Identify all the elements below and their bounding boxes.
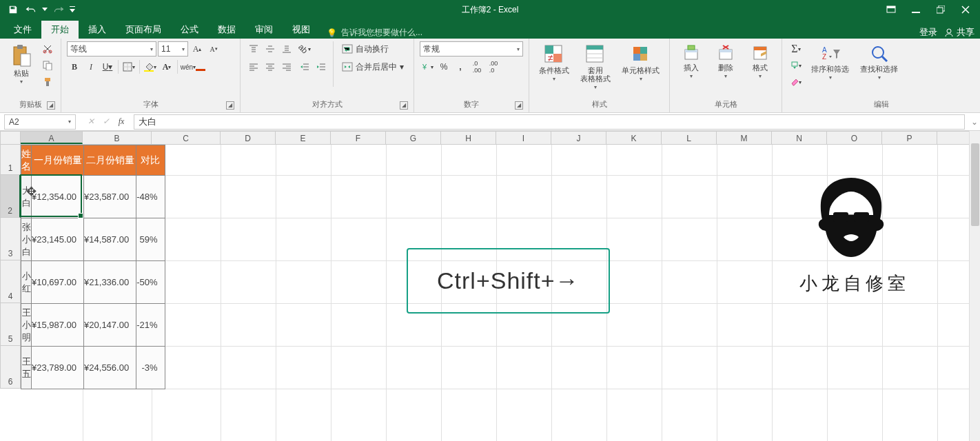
increase-indent-button[interactable] [314, 59, 329, 74]
conditional-format-button[interactable]: ≠条件格式▾ [535, 41, 573, 85]
col-header-J[interactable]: J [551, 132, 606, 144]
cell-cmp[interactable]: -3% [136, 347, 165, 389]
format-painter-button[interactable] [40, 74, 55, 90]
login-link[interactable]: 登录 [919, 26, 937, 39]
formula-input[interactable]: 大白 [134, 114, 965, 130]
cell-name[interactable]: 王小明 [21, 304, 32, 347]
shrink-font-button[interactable]: A▾ [206, 41, 221, 57]
header-cell[interactable]: 一月份销量 [32, 145, 84, 176]
dialog-launcher-icon[interactable]: ◢ [400, 101, 408, 110]
wrap-text-button[interactable]: 自动换行 [338, 41, 408, 57]
font-size-combo[interactable]: 11▾ [158, 41, 188, 57]
merge-center-button[interactable]: 合并后居中 ▾ [338, 59, 408, 74]
header-cell[interactable]: 姓名 [21, 145, 32, 176]
col-header-I[interactable]: I [496, 132, 551, 144]
align-bottom-button[interactable] [279, 41, 294, 57]
dialog-launcher-icon[interactable]: ◢ [226, 101, 234, 110]
grow-font-button[interactable]: A▴ [190, 41, 205, 57]
formula-expand-icon[interactable]: ⌄ [969, 117, 980, 127]
col-header-P[interactable]: P [882, 132, 937, 144]
underline-button[interactable]: U ▾ [100, 59, 115, 74]
tab-视图[interactable]: 视图 [283, 21, 320, 39]
header-cell[interactable]: 二月份销量 [84, 145, 136, 176]
row-header-3[interactable]: 3 [0, 218, 21, 260]
table-row[interactable]: 王小明¥15,987.00¥20,147.00-21% [21, 304, 165, 347]
col-header-E[interactable]: E [276, 132, 331, 144]
tab-开始[interactable]: 开始 [41, 21, 79, 39]
col-header-O[interactable]: O [827, 132, 882, 144]
cell-cmp[interactable]: 59% [136, 218, 165, 261]
dialog-launcher-icon[interactable]: ◢ [47, 101, 55, 110]
ribbon-options-icon[interactable] [879, 2, 903, 17]
col-header-L[interactable]: L [662, 132, 717, 144]
col-header-G[interactable]: G [386, 132, 441, 144]
minimize-icon[interactable] [904, 2, 928, 17]
find-select-button[interactable]: 查找和选择▾ [856, 41, 902, 83]
header-cell[interactable]: 对比 [136, 145, 165, 176]
tab-数据[interactable]: 数据 [208, 21, 245, 39]
delete-cells-button[interactable]: 删除▾ [710, 41, 742, 82]
cell-cmp[interactable]: -21% [136, 304, 165, 347]
number-format-combo[interactable]: 常规▾ [420, 41, 523, 57]
bold-button[interactable]: B [67, 59, 82, 74]
table-row[interactable]: 小红¥10,697.00¥21,336.00-50% [21, 261, 165, 304]
qat-customize-icon[interactable] [69, 2, 76, 17]
restore-icon[interactable] [929, 2, 952, 17]
cell-cmp[interactable]: -50% [136, 261, 165, 304]
italic-button[interactable]: I [83, 59, 99, 74]
percent-button[interactable]: % [436, 59, 451, 74]
cell-jan[interactable]: ¥15,987.00 [32, 304, 84, 347]
table-row[interactable]: 大白✥¥12,354.00¥23,587.00-48% [21, 176, 165, 218]
col-header-K[interactable]: K [606, 132, 662, 144]
save-icon[interactable] [6, 2, 21, 17]
table-row[interactable]: 张小白¥23,145.00¥14,587.0059% [21, 218, 165, 261]
align-middle-button[interactable] [263, 41, 278, 57]
tab-页面布局[interactable]: 页面布局 [116, 21, 171, 39]
align-center-button[interactable] [263, 59, 278, 74]
font-name-combo[interactable]: 等线▾ [67, 41, 156, 57]
autosum-button[interactable]: Σ ▾ [788, 41, 804, 57]
share-button[interactable]: 共享 [944, 26, 974, 39]
decrease-indent-button[interactable] [297, 59, 312, 74]
col-header-A[interactable]: A [21, 132, 83, 144]
comma-button[interactable]: , [453, 59, 468, 74]
sort-filter-button[interactable]: AZ排序和筛选▾ [807, 41, 853, 83]
col-header-B[interactable]: B [83, 132, 152, 144]
accounting-format-button[interactable]: ¥▾ [420, 59, 435, 74]
redo-icon[interactable] [51, 2, 66, 17]
cancel-formula-icon[interactable]: ✕ [84, 116, 98, 127]
table-row[interactable]: 王五¥23,789.00¥24,556.00-3% [21, 347, 165, 389]
undo-icon[interactable] [23, 2, 39, 17]
row-header-2[interactable]: 2 [0, 175, 21, 218]
tab-文件[interactable]: 文件 [4, 21, 41, 39]
row-header-4[interactable]: 4 [0, 260, 21, 303]
data-table[interactable]: 姓名一月份销量二月份销量对比大白✥¥12,354.00¥23,587.00-48… [21, 145, 165, 389]
phonetic-button[interactable]: wén▾ [181, 59, 196, 74]
row-header-1[interactable]: 1 [0, 145, 21, 175]
col-header-H[interactable]: H [441, 132, 496, 144]
fx-icon[interactable]: fx [114, 116, 128, 127]
cell-jan[interactable]: ¥23,145.00 [32, 218, 84, 261]
tab-插入[interactable]: 插入 [79, 21, 116, 39]
paste-button[interactable]: 粘贴▾ [6, 41, 37, 88]
cell-name[interactable]: 王五 [21, 347, 32, 389]
borders-button[interactable]: ▾ [121, 59, 136, 74]
increase-decimal-button[interactable]: .0.00 [469, 59, 484, 74]
cell-feb[interactable]: ¥23,587.00 [84, 176, 136, 218]
select-all-corner[interactable] [0, 131, 21, 145]
clear-button[interactable]: ▾ [788, 74, 804, 90]
align-top-button[interactable] [246, 41, 261, 57]
cell-style-button[interactable]: 单元格样式▾ [617, 41, 664, 85]
name-box[interactable]: A2▾ [4, 114, 76, 130]
align-left-button[interactable] [246, 59, 261, 74]
format-cells-button[interactable]: 格式▾ [744, 41, 776, 82]
cell-cmp[interactable]: -48% [136, 176, 165, 218]
row-header-6[interactable]: 6 [0, 346, 21, 389]
table-format-button[interactable]: 套用 表格格式▾ [576, 41, 615, 93]
col-header-D[interactable]: D [221, 132, 276, 144]
cell-feb[interactable]: ¥14,587.00 [84, 218, 136, 261]
align-right-button[interactable] [279, 59, 294, 74]
scroll-thumb[interactable] [971, 143, 979, 226]
cut-button[interactable] [40, 41, 55, 57]
close-icon[interactable] [954, 2, 977, 17]
